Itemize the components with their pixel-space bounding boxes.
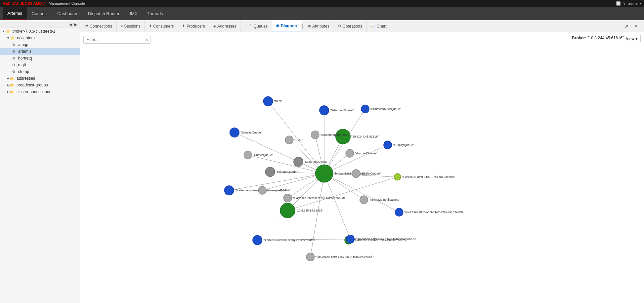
filter-input[interactable] (83, 36, 151, 44)
nav-item-jmx[interactable]: JMX (124, 7, 142, 20)
edge-line-17 (324, 174, 397, 177)
sidebar-item-hornetq[interactable]: ⚙hornetq (0, 55, 80, 62)
tabs-container: ⇄Connections≡Sessions⬇Consumers⬆Producer… (81, 20, 622, 32)
node-notif1[interactable]: "notif.11ea20d3-acf9-11e7-97b4-fa163ea00… (395, 208, 466, 216)
edge-line-15 (310, 174, 324, 257)
tab-consumers[interactable]: ⬇Consumers (145, 20, 178, 32)
node-broker2[interactable]: "10.8.244.45:61616" (336, 129, 379, 144)
tab-action-close[interactable]: ✕ (632, 23, 640, 30)
indent-spacer (2, 89, 7, 94)
sidebar-item-label: amqp (18, 42, 28, 47)
tab-label-queues: Queues (254, 24, 268, 29)
node-label-consumer4: "2b5706a8-acf9-11e7-8698-fa163e5eb06f0" (315, 255, 375, 259)
nav-item-connect[interactable]: Connect (27, 7, 52, 20)
node-broker3[interactable]: "10.8.245.14:61616" (280, 203, 323, 218)
sidebar-item-acceptors[interactable]: ▼📁acceptors (0, 35, 80, 41)
brand: RED HAT JBOSS AMQ 7 Management Console (3, 1, 85, 5)
tab-chart[interactable]: 📊Chart (367, 20, 391, 32)
node-consumer4[interactable]: "2b5706a8-acf9-11e7-8698-fa163e5eb06f0" (306, 253, 375, 261)
sidebar-collapse-right[interactable]: ▶ (73, 22, 78, 27)
sidebar-item-broadcast-groups[interactable]: ▶📂broadcast-groups (0, 82, 80, 88)
node-artemis-sf1[interactable]: "$:artemis.internal.sf.my-cluster.b6b63f… (284, 194, 348, 202)
node-circle-shardedqueue1 (319, 106, 329, 115)
tab-connections[interactable]: ⇄Connections (81, 20, 117, 32)
connections-icon: ⇄ (85, 24, 88, 28)
node-shardedqueue2[interactable]: "shardedQueue" (346, 149, 377, 157)
node-label-expiry2: "ExpiryQueue" (361, 172, 381, 175)
node-circle-clusterqueue3 (230, 128, 239, 137)
sidebar-item-cluster-connections[interactable]: ▶📂cluster-connections (0, 88, 80, 95)
node-label-notif1: "notif.11ea20d3-acf9-11e7-97b4-fa163ea00… (404, 211, 466, 214)
sidebar-item-addresses[interactable]: ▶📂addresses (0, 75, 80, 82)
nav-item-dashboard[interactable]: Dashboard (52, 7, 83, 20)
tab-queues[interactable]: ⋮⋮Queues (241, 20, 272, 32)
tab-operations[interactable]: ⚙Operations (334, 20, 367, 32)
sidebar-item-broker[interactable]: ▼📁broker-7.0.3-clustered-1 (0, 28, 80, 35)
folder-closed-icon: 📂 (10, 89, 14, 94)
nav-item-dispatch-router[interactable]: Dispatch Router (83, 7, 124, 20)
node-clusterqueue3[interactable]: "$clusterQueue" (230, 128, 262, 137)
folder-icon: 📁 (6, 29, 10, 34)
node-dlq2[interactable]: "DLQ" (285, 136, 303, 144)
tab-label-addresses: Addresses (217, 24, 237, 29)
tab-label-chart: Chart (377, 24, 386, 29)
sidebar-item-label: broker-7.0.3-clustered-1 (12, 29, 55, 34)
node-circle-consumer5 (346, 235, 354, 243)
sidebar-collapse: ◀ ▶ (0, 22, 80, 28)
node-circle-notif1 (395, 208, 403, 216)
gear-icon: ⚙ (11, 63, 16, 67)
sidebar-item-mqtt[interactable]: ⚙mqtt (0, 62, 80, 68)
node-label-clusterrouterqueue1: "$clusterRouterQueue" (370, 107, 401, 111)
sidebar-item-stomp[interactable]: ⚙stomp (0, 68, 80, 75)
node-clusterrouterqueue1[interactable]: "$clusterRouterQueue" (361, 105, 401, 113)
queues-icon: ⋮⋮ (245, 24, 252, 28)
node-expiry1[interactable]: "$ExpiryQueue" (384, 141, 414, 149)
tab-sessions[interactable]: ≡Sessions (117, 20, 145, 32)
filter-clear-button[interactable]: ✕ (145, 37, 148, 42)
sidebar-item-artemis[interactable]: ⚙artemis (0, 48, 80, 55)
node-expiry2[interactable]: "ExpiryQueue" (352, 169, 381, 178)
user-menu[interactable]: admin ▾ (628, 1, 641, 6)
sidebar-item-label: artemis (18, 49, 31, 54)
node-clusterqueue1[interactable]: "$clusterQueue" (265, 167, 298, 177)
node-examplequeue2[interactable]: "exampleQueue" (258, 186, 290, 194)
consumers-icon: ⬇ (149, 24, 152, 28)
topbar-actions: ⬜ ? admin ▾ (616, 1, 641, 6)
node-circle-examplequeue1 (294, 157, 303, 166)
node-dlq1[interactable]: "DLQ" (263, 97, 282, 106)
node-circle-clusterrouterqueue1 (361, 105, 369, 113)
sidebar-item-amqp[interactable]: ⚙amqp (0, 41, 80, 48)
tree-arrow: ▼ (2, 30, 5, 33)
node-label-dlq2: "DLQ" (294, 138, 303, 142)
node-consumer1[interactable]: "$:artemis.internal.sf.my-cluster.b6b63f… (224, 186, 290, 195)
node-shardedqueue1[interactable]: "$shardedQueue" (319, 106, 354, 115)
indent-spacer (2, 42, 11, 47)
node-circle-expiry2 (352, 169, 360, 178)
node-clusterqueue2[interactable]: "clusterQueue" (244, 151, 273, 159)
edge-line-24 (257, 239, 350, 240)
tab-label-diagram: Diagram (281, 24, 297, 28)
sidebar-item-label: addresses (16, 76, 35, 81)
tab-label-operations: Operations (343, 24, 362, 29)
sidebar-item-label: hornetq (18, 56, 32, 61)
diagram-icon: ◉ (276, 24, 280, 28)
sidebar-collapse-left[interactable]: ◀ (68, 22, 73, 27)
node-label-broker2: "10.8.244.45:61616" (351, 135, 379, 138)
help-icon[interactable]: ? (624, 1, 626, 6)
attributes-icon: ⊞ (308, 24, 311, 28)
tab-label-sessions: Sessions (124, 24, 140, 29)
tab-attributes[interactable]: ⊞Attributes (304, 20, 334, 32)
node-consumer6[interactable]: "11e6c568-acf9-11e7-97b4-fa163ea009" (394, 174, 457, 180)
tree-arrow: ▼ (7, 36, 10, 40)
tab-producers[interactable]: ⬆Producers (178, 20, 209, 32)
tab-action-export[interactable]: ↗ (622, 23, 631, 30)
nav-item-artemis[interactable]: Artemis (3, 7, 27, 20)
chart-icon: 📊 (371, 24, 375, 28)
node-artemis-notif[interactable]: "ActiveMq.notifications" (360, 196, 400, 204)
tab-diagram[interactable]: ◉Diagram (272, 20, 301, 32)
window-icon[interactable]: ⬜ (616, 1, 621, 6)
tab-addresses[interactable]: ◈Addresses (209, 20, 241, 32)
topbar: RED HAT JBOSS AMQ 7 Management Console ⬜… (0, 0, 644, 7)
node-consumer5[interactable]: "2b5706a8-acf9-11e7-8698-fa163e5eb06f.Ac… (346, 235, 419, 243)
nav-item-threads[interactable]: Threads (142, 7, 168, 20)
